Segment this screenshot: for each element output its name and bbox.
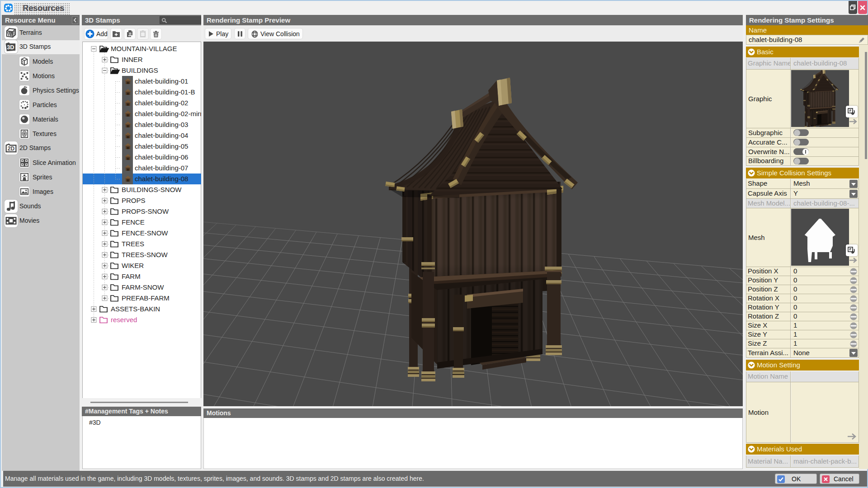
svg-text:2D: 2D bbox=[8, 145, 15, 152]
svg-text:chalet-building-02: chalet-building-02 bbox=[135, 99, 188, 107]
svg-text:ASSETS-BAKIN: ASSETS-BAKIN bbox=[111, 305, 160, 313]
svg-text:3D: 3D bbox=[7, 44, 14, 51]
svg-text:chalet-building-04: chalet-building-04 bbox=[135, 131, 188, 139]
svg-text:MOUNTAIN-VILLAGE: MOUNTAIN-VILLAGE bbox=[111, 45, 177, 52]
svg-text:INNER: INNER bbox=[122, 56, 143, 63]
svg-text:chalet-building-02-mirr: chalet-building-02-mirr bbox=[135, 110, 201, 117]
svg-text:FENCE: FENCE bbox=[122, 218, 145, 226]
svg-text:TREES-SNOW: TREES-SNOW bbox=[122, 251, 168, 258]
svg-text:chalet-building-01-B: chalet-building-01-B bbox=[135, 88, 195, 96]
svg-text:chalet-building-03: chalet-building-03 bbox=[135, 121, 188, 128]
svg-text:chalet-building-01: chalet-building-01 bbox=[135, 77, 188, 85]
svg-text:chalet-building-05: chalet-building-05 bbox=[135, 142, 188, 150]
svg-text:PROPS: PROPS bbox=[122, 197, 146, 204]
svg-text:BUILDINGS-SNOW: BUILDINGS-SNOW bbox=[122, 186, 182, 193]
svg-text:chalet-building-06: chalet-building-06 bbox=[135, 153, 188, 161]
svg-text:PREFAB-FARM: PREFAB-FARM bbox=[122, 294, 170, 302]
svg-text:WIKER: WIKER bbox=[122, 262, 144, 269]
svg-text:PROPS-SNOW: PROPS-SNOW bbox=[122, 207, 169, 215]
svg-text:FARM-SNOW: FARM-SNOW bbox=[122, 283, 164, 291]
svg-text:reserved: reserved bbox=[111, 316, 137, 324]
svg-text:BUILDINGS: BUILDINGS bbox=[122, 66, 158, 74]
svg-text:chalet-building-08: chalet-building-08 bbox=[135, 175, 188, 183]
svg-text:FARM: FARM bbox=[122, 272, 141, 280]
svg-text:FENCE-SNOW: FENCE-SNOW bbox=[122, 229, 168, 237]
svg-text:TREES: TREES bbox=[122, 240, 144, 248]
svg-text:chalet-building-07: chalet-building-07 bbox=[135, 164, 188, 172]
